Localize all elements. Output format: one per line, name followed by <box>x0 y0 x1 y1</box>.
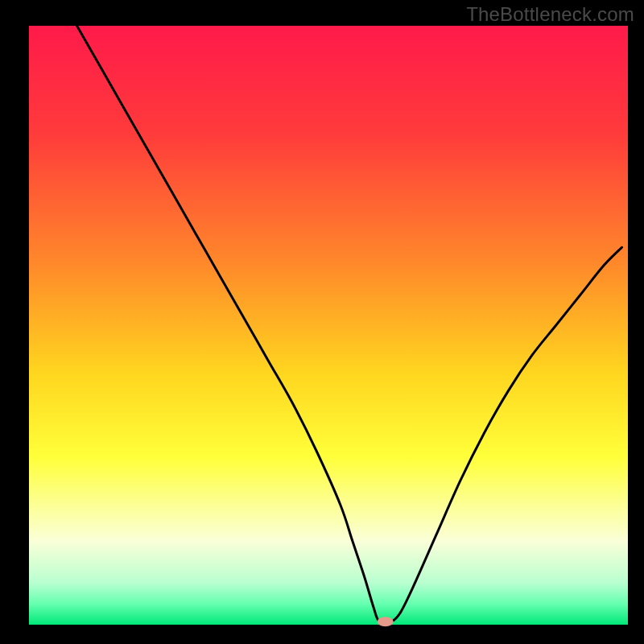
attribution-label: TheBottleneck.com <box>466 3 634 26</box>
bottleneck-chart: TheBottleneck.com <box>0 0 644 644</box>
plot-background <box>29 26 628 625</box>
optimal-marker <box>378 617 394 626</box>
chart-canvas <box>0 0 644 644</box>
